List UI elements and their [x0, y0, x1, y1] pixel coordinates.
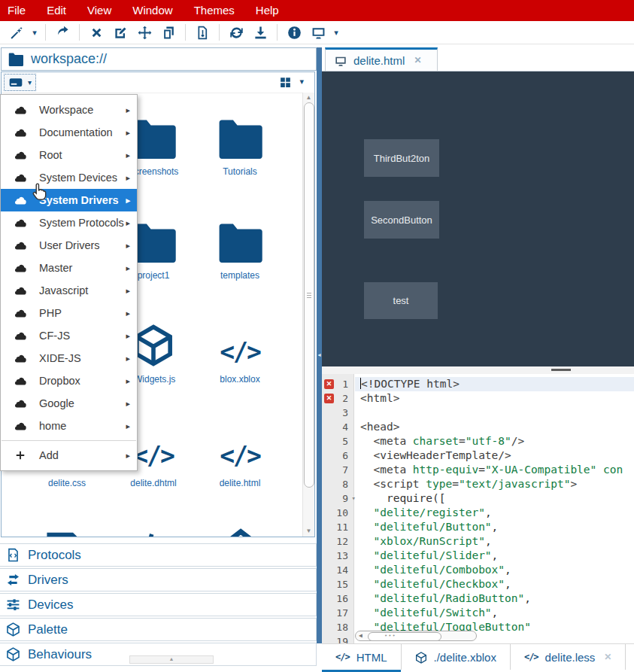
close-icon[interactable]: [84, 23, 108, 42]
code-line-8[interactable]: <script type="text/javascript">: [355, 477, 634, 491]
gutter-line-11[interactable]: 11: [322, 520, 353, 534]
editor-tab-delite-less[interactable]: </>delite.less✕: [511, 644, 626, 670]
menu-themes[interactable]: Themes: [184, 0, 245, 21]
editor-code-area[interactable]: <!DOCTYPE html><html><head> <meta charse…: [355, 374, 634, 643]
close-icon[interactable]: ✕: [604, 652, 611, 662]
file-item-partial[interactable]: [24, 526, 110, 537]
code-line-6[interactable]: <viewHeaderTemplate/>: [355, 449, 634, 463]
file-grid-scrollbar[interactable]: ▲ ▼: [302, 93, 314, 537]
drive-menu-item-cf-js[interactable]: CF-JS▸: [1, 324, 137, 347]
gutter-line-13[interactable]: 13: [322, 549, 353, 563]
code-line-11[interactable]: "deliteful/Button",: [355, 520, 634, 534]
gutter-line-18[interactable]: 18: [322, 620, 353, 634]
gutter-line-6[interactable]: 6: [322, 449, 353, 463]
menu-edit[interactable]: Edit: [36, 0, 77, 21]
monitor-icon[interactable]: [306, 23, 330, 42]
file-report-icon[interactable]: [190, 23, 214, 42]
scrollbar-thumb[interactable]: [304, 102, 314, 488]
drive-menu-item-system-drivers[interactable]: System Drivers▸: [1, 189, 137, 211]
gutter-line-5[interactable]: 5: [322, 434, 353, 449]
drive-menu-item-documentation[interactable]: Documentation▸: [1, 121, 137, 144]
caret-down-icon[interactable]: ▾: [29, 23, 41, 42]
file-item-templates[interactable]: templates: [197, 214, 283, 281]
gutter-line-17[interactable]: 17: [322, 606, 353, 620]
drive-menu-item-php[interactable]: PHP▸: [1, 302, 137, 324]
menu-window[interactable]: Window: [122, 0, 183, 21]
scroll-left-icon[interactable]: ◀: [359, 632, 363, 639]
drive-menu-item-dropbox[interactable]: Dropbox▸: [1, 369, 137, 392]
gutter-line-10[interactable]: 10: [322, 506, 353, 520]
drive-menu-item-google[interactable]: Google▸: [1, 392, 137, 415]
drive-menu-item-master[interactable]: Master▸: [1, 257, 137, 279]
code-line-7[interactable]: <meta http-equiv="X-UA-Compatible" con: [355, 463, 634, 477]
vertical-splitter[interactable]: ◂: [317, 47, 322, 643]
refresh-icon[interactable]: [224, 23, 248, 42]
file-item-blox-xblox[interactable]: </>blox.xblox: [197, 318, 283, 385]
accordion-drivers[interactable]: Drivers: [0, 568, 317, 591]
accordion-devices[interactable]: Devices: [0, 593, 317, 616]
accordion-palette[interactable]: Palette: [0, 618, 317, 641]
preview-button-secondbutton[interactable]: SecondButton: [364, 201, 439, 239]
code-line-14[interactable]: "deliteful/Combobox",: [355, 563, 634, 577]
gutter-line-7[interactable]: 7: [322, 463, 353, 477]
panel-collapse-handle[interactable]: ▲: [129, 655, 214, 664]
file-item-delite-html[interactable]: </>delite.html: [197, 422, 283, 488]
file-item-partial[interactable]: [111, 526, 196, 537]
drive-selector-button[interactable]: ▾: [4, 74, 36, 91]
wand-icon[interactable]: [5, 23, 29, 42]
gutter-line-4[interactable]: 4: [322, 420, 353, 434]
code-line-9[interactable]: require([: [355, 491, 634, 506]
code-line-17[interactable]: "deliteful/Switch",: [355, 606, 634, 620]
drive-menu-item-home[interactable]: home▸: [1, 415, 137, 437]
menu-file[interactable]: File: [0, 0, 36, 21]
edit-icon[interactable]: [108, 23, 132, 42]
gutter-line-3[interactable]: 3: [322, 406, 353, 420]
info-icon[interactable]: [282, 23, 306, 42]
accordion-protocols[interactable]: Protocols: [0, 543, 317, 567]
preview-button-thirdbut2ton[interactable]: ThirdBut2ton: [364, 139, 439, 177]
scroll-up-icon[interactable]: ▲: [303, 94, 314, 101]
code-line-2[interactable]: <html>: [355, 391, 634, 406]
splitter-collapse-icon[interactable]: ◂: [317, 351, 322, 358]
drive-menu-item-root[interactable]: Root▸: [1, 144, 137, 166]
menu-view[interactable]: View: [77, 0, 122, 21]
editor-tab--delite-xblox[interactable]: ./delite.xblox: [402, 644, 511, 670]
move-icon[interactable]: [132, 23, 156, 42]
gutter-line-19[interactable]: 19: [322, 634, 353, 643]
drive-menu-item-workspace[interactable]: Workspace▸: [1, 99, 137, 121]
code-line-16[interactable]: "deliteful/RadioButton",: [355, 591, 634, 606]
gutter-line-14[interactable]: 14: [322, 563, 353, 577]
caret-down-icon[interactable]: ▾: [330, 23, 342, 42]
drive-menu-item-javascript[interactable]: Javascript▸: [1, 279, 137, 302]
code-line-12[interactable]: "xblox/RunScript",: [355, 534, 634, 549]
gutter-line-1[interactable]: ✕1: [322, 377, 353, 391]
code-line-3[interactable]: [355, 406, 634, 420]
code-line-1[interactable]: <!DOCTYPE html>: [355, 377, 634, 391]
editor-horizontal-scrollbar[interactable]: ◀ •••: [355, 631, 477, 641]
gutter-line-9[interactable]: 9▾: [322, 491, 353, 506]
code-editor[interactable]: ✕1✕23456789▾10111213141516171819 <!DOCTY…: [322, 374, 634, 643]
file-item-partial[interactable]: [197, 526, 283, 537]
scrollbar-thumb[interactable]: [368, 632, 441, 641]
file-item-tutorials[interactable]: Tutorials: [197, 111, 283, 177]
download-icon[interactable]: [248, 23, 272, 42]
close-icon[interactable]: ✕: [414, 55, 421, 65]
drive-menu-item-add[interactable]: Add▸: [1, 444, 137, 467]
gutter-line-15[interactable]: 15: [322, 577, 353, 591]
drive-menu-item-system-protocols[interactable]: System Protocols▸: [1, 211, 137, 234]
drive-menu-item-xide-js[interactable]: XIDE-JS▸: [1, 347, 137, 369]
gutter-line-2[interactable]: ✕2: [322, 391, 353, 406]
horizontal-splitter[interactable]: [322, 366, 634, 374]
copy-icon[interactable]: [156, 23, 180, 42]
view-mode-button[interactable]: ▾: [279, 74, 304, 90]
redo-icon[interactable]: [50, 23, 74, 42]
drive-menu-item-user-drivers[interactable]: User Drivers▸: [1, 234, 137, 257]
code-line-4[interactable]: <head>: [355, 420, 634, 434]
menu-help[interactable]: Help: [245, 0, 290, 21]
code-line-5[interactable]: <meta charset="utf-8"/>: [355, 434, 634, 449]
splitter-handle[interactable]: [551, 369, 571, 371]
gutter-line-16[interactable]: 16: [322, 591, 353, 606]
gutter-line-12[interactable]: 12: [322, 534, 353, 549]
preview-button-test[interactable]: test: [364, 282, 438, 319]
code-line-15[interactable]: "deliteful/Checkbox",: [355, 577, 634, 591]
